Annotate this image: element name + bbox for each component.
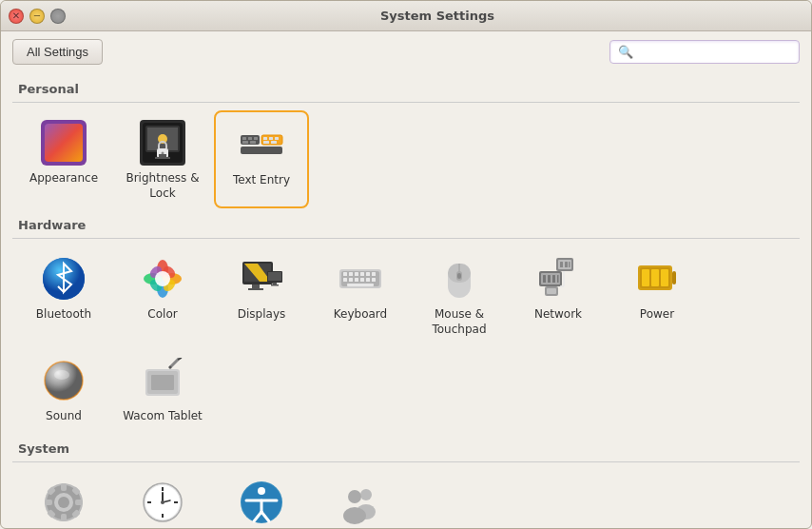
search-box: 🔍 [609,40,800,64]
appearance-label: Appearance [29,171,98,186]
text-entry-icon [237,120,286,169]
svg-rect-91 [151,375,174,390]
displays-icon [237,254,286,304]
svg-rect-100 [75,500,83,505]
svg-point-35 [155,271,170,286]
close-button[interactable]: ✕ [9,9,24,24]
svg-point-106 [58,497,69,508]
settings-item-power[interactable]: Power [609,246,705,344]
svg-rect-21 [250,141,256,144]
svg-rect-23 [271,141,277,144]
section-label-system: System [18,441,800,456]
search-input[interactable] [639,45,791,59]
power-label: Power [640,307,674,323]
section-label-personal: Personal [18,82,800,96]
universal-access-icon [237,478,286,527]
settings-item-network[interactable]: Network [511,246,606,344]
svg-rect-19 [275,137,279,140]
user-accounts-icon [336,478,385,527]
minimize-button[interactable]: − [29,9,45,24]
svg-rect-16 [254,137,258,140]
svg-rect-1 [45,124,83,162]
svg-rect-84 [661,269,668,286]
window-title: System Settings [71,9,803,23]
settings-item-time-date[interactable]: Time & Date [115,470,210,528]
svg-rect-85 [672,271,676,284]
svg-rect-83 [651,269,659,286]
section-divider-personal [12,102,800,103]
svg-rect-97 [61,483,67,491]
hardware-grid: Bluetooth [12,246,800,432]
svg-rect-98 [61,514,67,521]
svg-rect-64 [457,273,461,279]
svg-point-125 [348,490,361,503]
svg-rect-47 [343,272,347,276]
svg-rect-72 [543,275,546,283]
all-settings-button[interactable]: All Settings [12,39,103,65]
svg-rect-52 [372,272,376,276]
svg-point-126 [343,507,366,524]
svg-rect-67 [560,262,563,267]
network-label: Network [534,307,582,323]
section-divider-hardware [12,238,800,239]
settings-item-bluetooth[interactable]: Bluetooth [16,246,111,344]
svg-rect-55 [355,278,358,282]
svg-rect-53 [343,278,347,282]
time-date-icon [138,478,187,527]
settings-item-brightness-lock[interactable]: Brightness &Lock [115,110,210,208]
svg-rect-82 [642,269,649,286]
settings-item-user-accounts[interactable]: User Accounts [313,470,408,528]
settings-item-appearance[interactable]: Appearance [16,110,111,208]
svg-rect-51 [366,272,370,276]
settings-item-sound[interactable]: Sound [16,348,111,432]
svg-rect-42 [268,272,281,281]
settings-item-wacom-tablet[interactable]: Wacom Tablet [115,348,210,432]
svg-rect-14 [242,137,246,140]
svg-rect-74 [552,275,555,283]
section-label-hardware: Hardware [18,218,800,232]
svg-rect-77 [547,288,556,294]
network-icon [533,254,583,304]
section-divider-system [12,461,800,462]
settings-item-mouse-touchpad[interactable]: Mouse &Touchpad [412,246,507,344]
settings-item-keyboard[interactable]: Keyboard [313,246,408,344]
bluetooth-icon [39,254,88,304]
svg-rect-20 [242,141,248,144]
svg-rect-43 [273,283,277,284]
svg-rect-75 [557,275,559,283]
settings-item-text-entry[interactable]: Text Entry [214,110,309,208]
svg-rect-57 [366,278,370,282]
system-grid: Details [12,470,800,528]
svg-point-118 [258,487,265,495]
svg-rect-13 [241,147,282,154]
svg-rect-44 [271,284,279,286]
settings-item-universal-access[interactable]: UniversalAccess [214,470,309,528]
text-entry-label: Text Entry [233,173,290,188]
svg-rect-17 [263,137,267,140]
svg-rect-9 [159,154,166,157]
svg-rect-56 [360,278,364,282]
settings-item-color[interactable]: Color [115,246,210,344]
settings-item-displays[interactable]: Displays [214,246,309,344]
personal-grid: Appearance [12,110,800,208]
svg-rect-50 [360,272,364,276]
details-icon [39,478,88,527]
maximize-button[interactable] [50,9,66,24]
keyboard-icon [336,254,385,304]
svg-rect-39 [252,284,260,288]
svg-point-123 [360,489,372,500]
appearance-icon [39,118,88,167]
sound-label: Sound [46,409,82,424]
svg-rect-40 [248,288,263,290]
svg-rect-22 [263,141,269,144]
keyboard-label: Keyboard [334,307,387,323]
svg-point-87 [54,370,69,380]
color-label: Color [147,307,177,323]
toolbar: All Settings 🔍 [1,31,811,72]
svg-rect-69 [569,262,570,267]
displays-label: Displays [238,307,285,323]
svg-point-115 [161,500,164,504]
settings-item-details[interactable]: Details [16,470,111,528]
bluetooth-label: Bluetooth [36,307,91,323]
brightness-lock-label: Brightness &Lock [126,171,199,201]
